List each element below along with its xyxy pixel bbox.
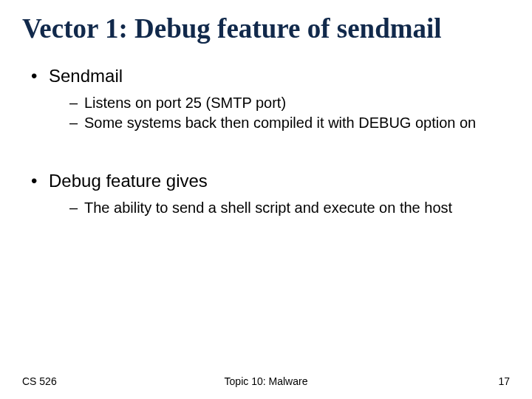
slide-title: Vector 1: Debug feature of sendmail (22, 13, 510, 45)
list-item: Listens on port 25 (SMTP port) (69, 94, 510, 112)
sub-list: Listens on port 25 (SMTP port) Some syst… (49, 94, 510, 132)
list-item: The ability to send a shell script and e… (69, 199, 510, 217)
list-item: Debug feature gives The ability to send … (31, 171, 510, 217)
list-item: Sendmail Listens on port 25 (SMTP port) … (31, 66, 510, 132)
footer-left: CS 526 (22, 375, 57, 387)
footer-center: Topic 10: Malware (225, 375, 308, 387)
bullet-list: Sendmail Listens on port 25 (SMTP port) … (22, 66, 510, 217)
list-item: Some systems back then compiled it with … (69, 114, 510, 132)
bullet-text: Sendmail (49, 66, 123, 86)
sub-list: The ability to send a shell script and e… (49, 199, 510, 217)
slide-footer: CS 526 Topic 10: Malware 17 (0, 375, 532, 387)
bullet-text: Debug feature gives (49, 171, 208, 191)
footer-right: 17 (498, 375, 510, 387)
